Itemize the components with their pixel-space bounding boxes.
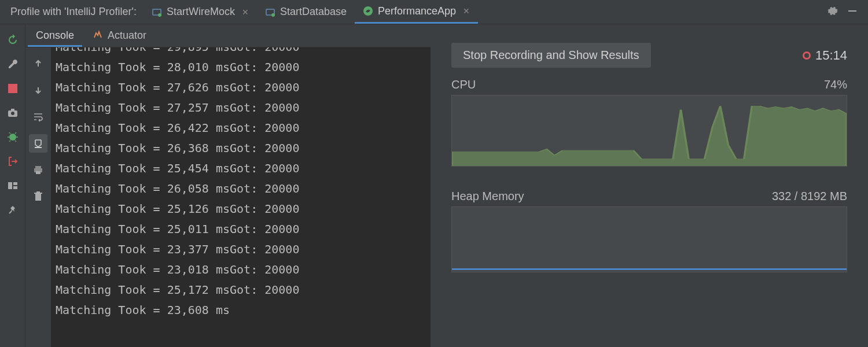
minimize-icon[interactable] bbox=[847, 6, 858, 19]
heap-value: 332 / 8192 MB bbox=[772, 190, 847, 203]
run-tab-label: StartWireMock bbox=[167, 6, 235, 18]
console-line: Matching Took = 29,895 msGot: 20000 bbox=[56, 47, 426, 57]
bug-profile-icon[interactable] bbox=[6, 131, 19, 143]
console-line: Matching Took = 25,172 msGot: 20000 bbox=[56, 280, 426, 300]
console-line: Matching Took = 26,058 msGot: 20000 bbox=[56, 179, 426, 199]
run-tab-label: PerformanceApp bbox=[378, 5, 456, 17]
svg-rect-23 bbox=[36, 191, 40, 193]
svg-point-5 bbox=[271, 13, 275, 17]
scroll-to-end-icon[interactable] bbox=[29, 134, 47, 153]
scroll-up-icon[interactable] bbox=[29, 54, 47, 73]
wrench-icon[interactable] bbox=[6, 58, 19, 71]
record-icon bbox=[803, 51, 811, 60]
svg-line-16 bbox=[9, 211, 12, 213]
svg-rect-22 bbox=[34, 193, 42, 194]
camera-icon[interactable] bbox=[6, 106, 19, 119]
console-line: Matching Took = 26,368 msGot: 20000 bbox=[56, 138, 426, 158]
actuator-icon bbox=[93, 29, 103, 42]
tab-actuator[interactable]: Actuator bbox=[90, 24, 149, 47]
left-tool-gutter bbox=[0, 24, 25, 347]
svg-point-11 bbox=[11, 112, 14, 115]
soft-wrap-icon[interactable] bbox=[29, 108, 47, 126]
svg-rect-20 bbox=[36, 171, 41, 174]
tab-label: Actuator bbox=[108, 29, 146, 42]
svg-point-12 bbox=[9, 134, 16, 141]
console-line: Matching Took = 23,377 msGot: 20000 bbox=[56, 239, 426, 260]
spring-app-icon bbox=[363, 6, 373, 16]
pin-icon[interactable] bbox=[6, 204, 19, 216]
svg-rect-10 bbox=[11, 109, 14, 111]
heap-label: Heap Memory bbox=[451, 190, 524, 203]
console-toolbar bbox=[25, 47, 51, 347]
gear-icon[interactable] bbox=[826, 5, 838, 19]
rerun-icon[interactable] bbox=[6, 34, 19, 46]
top-bar: Profile with 'IntelliJ Profiler': StartW… bbox=[0, 0, 868, 24]
console-line: Matching Took = 25,454 msGot: 20000 bbox=[56, 158, 426, 179]
svg-rect-15 bbox=[13, 186, 17, 189]
layout-icon[interactable] bbox=[6, 179, 19, 192]
run-tab-startdatabase[interactable]: StartDatabase bbox=[257, 1, 355, 23]
print-icon[interactable] bbox=[29, 161, 47, 179]
console-line: Matching Took = 23,608 ms bbox=[56, 300, 426, 320]
tab-console[interactable]: Console bbox=[34, 25, 76, 46]
console-line: Matching Took = 25,011 msGot: 20000 bbox=[56, 219, 426, 239]
profiler-panel: Stop Recording and Show Results 15:14 CP… bbox=[431, 24, 868, 347]
svg-point-2 bbox=[158, 13, 161, 17]
java-app-icon bbox=[152, 7, 162, 17]
svg-rect-7 bbox=[848, 10, 856, 12]
svg-rect-18 bbox=[35, 166, 41, 168]
stop-recording-button[interactable]: Stop Recording and Show Results bbox=[451, 43, 651, 68]
heap-chart[interactable] bbox=[451, 206, 847, 272]
run-tab-performanceapp[interactable]: PerformanceApp ✕ bbox=[355, 1, 478, 24]
exit-icon[interactable] bbox=[6, 155, 19, 168]
cpu-value: 74% bbox=[824, 78, 847, 91]
close-icon[interactable]: ✕ bbox=[463, 6, 470, 16]
scroll-down-icon[interactable] bbox=[29, 81, 47, 99]
svg-rect-21 bbox=[35, 194, 41, 201]
java-app-icon bbox=[265, 7, 275, 17]
recording-elapsed: 15:14 bbox=[803, 48, 847, 63]
console-line: Matching Took = 25,126 msGot: 20000 bbox=[56, 199, 426, 219]
profile-with-label: Profile with 'IntelliJ Profiler': bbox=[3, 6, 144, 18]
cpu-label: CPU bbox=[451, 78, 476, 91]
close-icon[interactable]: ✕ bbox=[242, 8, 249, 17]
sub-tabs: Console Actuator bbox=[25, 24, 431, 47]
console-line: Matching Took = 27,626 msGot: 20000 bbox=[56, 77, 426, 98]
svg-rect-8 bbox=[8, 84, 17, 93]
trash-icon[interactable] bbox=[29, 187, 47, 206]
svg-rect-13 bbox=[8, 182, 12, 189]
run-tab-startwiremock[interactable]: StartWireMock ✕ bbox=[144, 1, 257, 23]
console-line: Matching Took = 28,010 msGot: 20000 bbox=[56, 57, 426, 77]
svg-rect-14 bbox=[13, 182, 17, 185]
run-tab-label: StartDatabase bbox=[280, 6, 347, 18]
console-line: Matching Took = 26,422 msGot: 20000 bbox=[56, 118, 426, 138]
console-line: Matching Took = 27,257 msGot: 20000 bbox=[56, 98, 426, 118]
tab-label: Console bbox=[36, 29, 74, 42]
cpu-chart[interactable] bbox=[451, 95, 847, 167]
elapsed-time: 15:14 bbox=[815, 48, 847, 63]
stop-icon[interactable] bbox=[6, 82, 19, 95]
console-line: Matching Took = 23,018 msGot: 20000 bbox=[56, 260, 426, 280]
console-output[interactable]: Matching Took = 29,895 msGot: 20000Match… bbox=[51, 47, 431, 347]
